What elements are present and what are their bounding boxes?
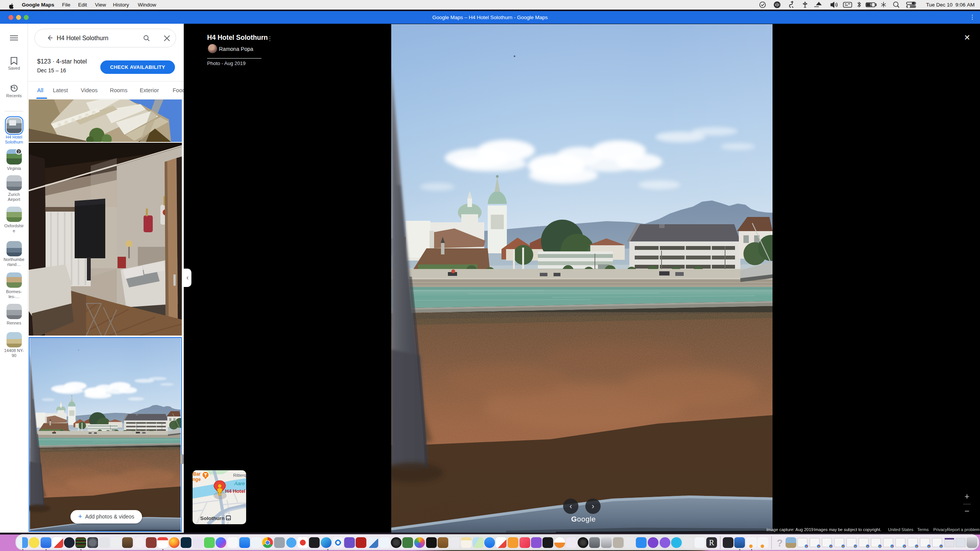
svg-text:Bar: Bar [193, 471, 201, 477]
svg-text:Ritterq: Ritterq [233, 473, 246, 478]
svg-text:nge: nge [193, 477, 201, 482]
svg-text:H4 Hotel: H4 Hotel [225, 488, 245, 494]
svg-text:Solothurn: Solothurn [200, 515, 225, 521]
svg-text:Aare: Aare [234, 481, 245, 486]
